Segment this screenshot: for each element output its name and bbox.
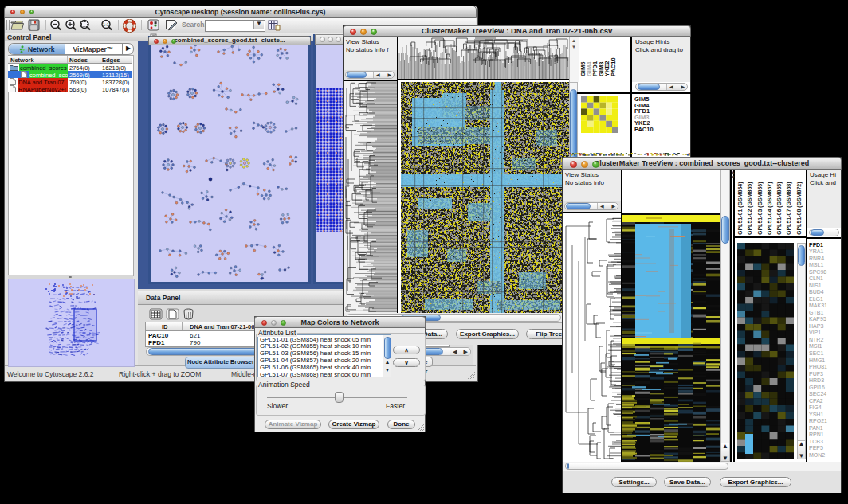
svg-text:1:1: 1:1 [103,22,110,27]
